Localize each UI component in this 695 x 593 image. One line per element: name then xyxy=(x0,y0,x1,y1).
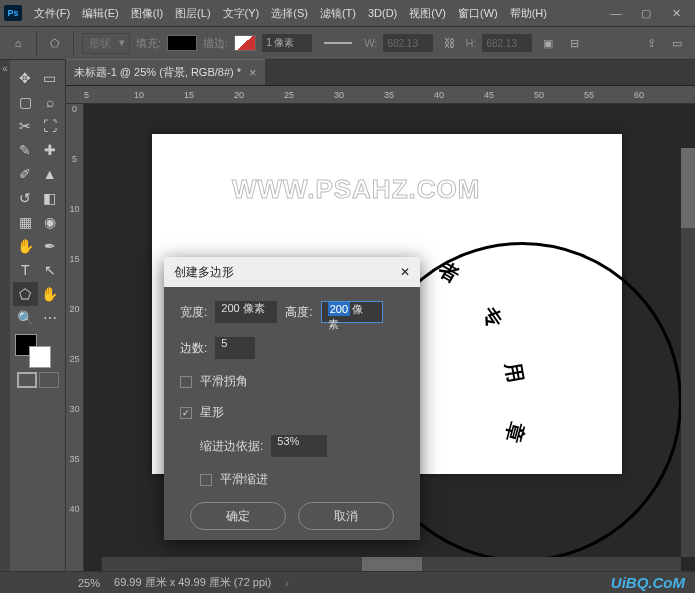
eraser-tool[interactable]: ◧ xyxy=(38,186,63,210)
menu-view[interactable]: 视图(V) xyxy=(403,2,452,25)
doc-dimensions: 69.99 厘米 x 49.99 厘米 (72 ppi) xyxy=(114,575,271,590)
background-color[interactable] xyxy=(29,346,51,368)
width-label: 宽度: xyxy=(180,304,207,321)
dialog-close-icon[interactable]: ✕ xyxy=(400,265,410,279)
smooth-corners-checkbox[interactable] xyxy=(180,376,192,388)
fill-swatch[interactable] xyxy=(167,35,197,51)
polygon-tool[interactable]: ⬠ xyxy=(13,282,38,306)
share-icon[interactable]: ⇪ xyxy=(641,33,661,53)
menubar: Ps 文件(F) 编辑(E) 图像(I) 图层(L) 文字(Y) 选择(S) 滤… xyxy=(0,0,695,26)
cancel-button[interactable]: 取消 xyxy=(298,502,394,530)
history-brush-tool[interactable]: ↺ xyxy=(13,186,38,210)
menu-select[interactable]: 选择(S) xyxy=(265,2,314,25)
w-label: W: xyxy=(364,37,377,49)
path-ops-icon[interactable]: ▣ xyxy=(538,33,558,53)
menu-window[interactable]: 窗口(W) xyxy=(452,2,504,25)
document-tab-title: 未标题-1 @ 25% (背景, RGB/8#) * xyxy=(74,65,241,80)
indent-label: 缩进边依据: xyxy=(200,438,263,455)
stroke-label: 描边: xyxy=(203,36,228,51)
app-icon: Ps xyxy=(4,5,22,21)
crop-tool[interactable]: ✂ xyxy=(13,114,38,138)
healing-tool[interactable]: ✚ xyxy=(38,138,63,162)
star-checkbox[interactable] xyxy=(180,407,192,419)
create-polygon-dialog: 创建多边形 ✕ 宽度: 200 像素 高度: 200像素 边数: 5 平滑拐角 … xyxy=(164,257,420,540)
menu-image[interactable]: 图像(I) xyxy=(125,2,169,25)
panel-collapse-strip[interactable] xyxy=(0,60,10,571)
status-bar: 25% 69.99 厘米 x 49.99 厘米 (72 ppi) › xyxy=(0,571,695,593)
move-tool[interactable]: ✥ xyxy=(13,66,38,90)
home-icon[interactable]: ⌂ xyxy=(8,33,28,53)
zoom-level[interactable]: 25% xyxy=(78,577,100,589)
align-icon[interactable]: ⊟ xyxy=(564,33,584,53)
polygon-height-input[interactable]: 200像素 xyxy=(321,301,383,323)
indent-input[interactable]: 53% xyxy=(271,435,327,457)
site-watermark: UiBQ.CoM xyxy=(611,574,685,591)
scrollbar-vertical[interactable] xyxy=(681,148,695,557)
shape-mode-dropdown[interactable]: 形状 xyxy=(82,33,130,54)
marquee-tool[interactable]: ▢ xyxy=(13,90,38,114)
width-input[interactable] xyxy=(383,34,433,52)
smooth-indent-label: 平滑缩进 xyxy=(220,471,268,488)
star-label: 星形 xyxy=(200,404,224,421)
document-tab[interactable]: 未标题-1 @ 25% (背景, RGB/8#) * × xyxy=(66,59,265,85)
options-bar: ⌂ ⬠ 形状 填充: 描边: W: ⛓ H: ▣ ⊟ ⇪ ▭ xyxy=(0,26,695,60)
path-select-tool[interactable]: ↖ xyxy=(38,258,63,282)
dialog-title: 创建多边形 xyxy=(174,264,234,281)
quickmask-mode[interactable] xyxy=(39,372,59,388)
close-tab-icon[interactable]: × xyxy=(249,65,257,80)
hand-tool[interactable]: ✋ xyxy=(38,282,63,306)
standard-mode[interactable] xyxy=(17,372,37,388)
maximize-button[interactable]: ▢ xyxy=(631,2,661,24)
lasso-tool[interactable]: ⌕ xyxy=(38,90,63,114)
type-tool[interactable]: T xyxy=(13,258,38,282)
ok-button[interactable]: 确定 xyxy=(190,502,286,530)
menu-layer[interactable]: 图层(L) xyxy=(169,2,216,25)
ruler-horizontal: 51015202530354045505560 xyxy=(66,86,695,104)
link-icon[interactable]: ⛓ xyxy=(439,33,459,53)
status-menu-icon[interactable]: › xyxy=(285,577,289,589)
height-label: 高度: xyxy=(285,304,312,321)
stroke-swatch[interactable] xyxy=(234,35,256,51)
dodge-tool[interactable]: ✋ xyxy=(13,234,38,258)
ruler-vertical: 0510152025303540 xyxy=(66,104,84,571)
close-window-button[interactable]: ✕ xyxy=(661,2,691,24)
scrollbar-horizontal[interactable] xyxy=(102,557,681,571)
sides-label: 边数: xyxy=(180,340,207,357)
brush-tool[interactable]: ✐ xyxy=(13,162,38,186)
eyedropper-tool[interactable]: ✎ xyxy=(13,138,38,162)
gradient-tool[interactable]: ▦ xyxy=(13,210,38,234)
h-label: H: xyxy=(465,37,476,49)
height-input[interactable] xyxy=(482,34,532,52)
minimize-button[interactable]: — xyxy=(601,2,631,24)
toolbox: ✥▭ ▢⌕ ✂⛶ ✎✚ ✐▲ ↺◧ ▦◉ ✋✒ T↖ ⬠✋ 🔍⋯ xyxy=(10,60,66,571)
polygon-sides-input[interactable]: 5 xyxy=(215,337,255,359)
menu-3d[interactable]: 3D(D) xyxy=(362,3,403,23)
polygon-width-input[interactable]: 200 像素 xyxy=(215,301,277,323)
smooth-indent-checkbox[interactable] xyxy=(200,474,212,486)
zoom-tool[interactable]: 🔍 xyxy=(13,306,38,330)
menu-file[interactable]: 文件(F) xyxy=(28,2,76,25)
watermark-text: WWW.PSAHZ.COM xyxy=(232,174,480,205)
fill-label: 填充: xyxy=(136,36,161,51)
frame-tool[interactable]: ⛶ xyxy=(38,114,63,138)
blur-tool[interactable]: ◉ xyxy=(38,210,63,234)
document-tab-strip: 未标题-1 @ 25% (背景, RGB/8#) * × xyxy=(66,60,695,86)
stroke-style-dropdown[interactable] xyxy=(318,36,358,50)
menu-filter[interactable]: 滤镜(T) xyxy=(314,2,362,25)
search-icon[interactable]: ▭ xyxy=(667,33,687,53)
menu-type[interactable]: 文字(Y) xyxy=(217,2,266,25)
tool-preset-icon[interactable]: ⬠ xyxy=(45,33,65,53)
stroke-width-input[interactable] xyxy=(262,34,312,52)
stamp-tool[interactable]: ▲ xyxy=(38,162,63,186)
artboard-tool[interactable]: ▭ xyxy=(38,66,63,90)
menu-help[interactable]: 帮助(H) xyxy=(504,2,553,25)
edit-toolbar[interactable]: ⋯ xyxy=(38,306,63,330)
menu-edit[interactable]: 编辑(E) xyxy=(76,2,125,25)
pen-tool[interactable]: ✒ xyxy=(38,234,63,258)
smooth-corners-label: 平滑拐角 xyxy=(200,373,248,390)
